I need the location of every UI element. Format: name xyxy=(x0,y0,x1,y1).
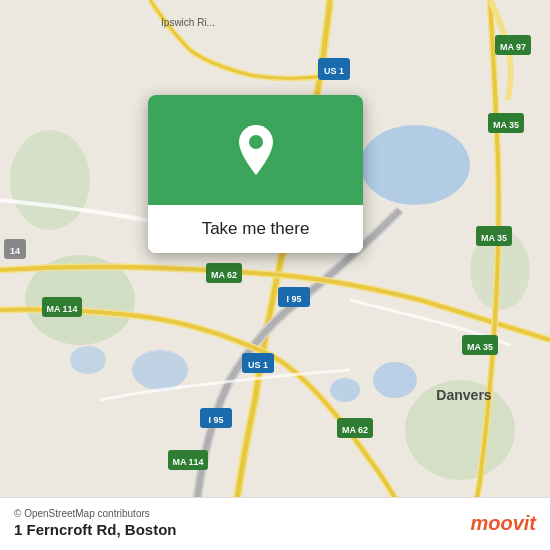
svg-text:MA 35: MA 35 xyxy=(467,342,493,352)
svg-text:US 1: US 1 xyxy=(248,360,268,370)
address-text: 1 Ferncroft Rd, Boston xyxy=(14,521,177,538)
location-pin-icon xyxy=(234,123,278,177)
svg-text:Ipswich Ri...: Ipswich Ri... xyxy=(161,17,215,28)
svg-point-2 xyxy=(330,378,360,402)
svg-point-4 xyxy=(70,346,106,374)
svg-point-3 xyxy=(132,350,188,390)
svg-point-37 xyxy=(249,135,263,149)
svg-point-7 xyxy=(10,130,90,230)
svg-text:MA 35: MA 35 xyxy=(493,120,519,130)
attribution-text: © OpenStreetMap contributors xyxy=(14,508,177,519)
svg-text:14: 14 xyxy=(10,246,20,256)
bottom-bar: © OpenStreetMap contributors 1 Ferncroft… xyxy=(0,497,550,550)
map-svg: US 1 MA 97 MA 35 MA 35 MA 35 MA 62 MA 62… xyxy=(0,0,550,550)
svg-text:MA 97: MA 97 xyxy=(500,42,526,52)
svg-text:Danvers: Danvers xyxy=(436,387,491,403)
svg-text:I 95: I 95 xyxy=(208,415,223,425)
svg-point-0 xyxy=(360,125,470,205)
svg-text:MA 114: MA 114 xyxy=(172,457,203,467)
popup-green-area xyxy=(148,95,363,205)
map-container: US 1 MA 97 MA 35 MA 35 MA 35 MA 62 MA 62… xyxy=(0,0,550,550)
svg-text:MA 114: MA 114 xyxy=(46,304,77,314)
svg-text:US 1: US 1 xyxy=(324,66,344,76)
svg-text:MA 62: MA 62 xyxy=(342,425,368,435)
take-me-there-label: Take me there xyxy=(202,219,310,239)
svg-text:MA 35: MA 35 xyxy=(481,233,507,243)
moovit-logo: moovit xyxy=(470,512,536,535)
svg-point-1 xyxy=(373,362,417,398)
bottom-left-info: © OpenStreetMap contributors 1 Ferncroft… xyxy=(14,508,177,538)
svg-text:MA 62: MA 62 xyxy=(211,270,237,280)
popup-card: Take me there xyxy=(148,95,363,253)
moovit-text: moovit xyxy=(470,512,536,535)
svg-text:I 95: I 95 xyxy=(286,294,301,304)
take-me-there-button[interactable]: Take me there xyxy=(148,205,363,253)
